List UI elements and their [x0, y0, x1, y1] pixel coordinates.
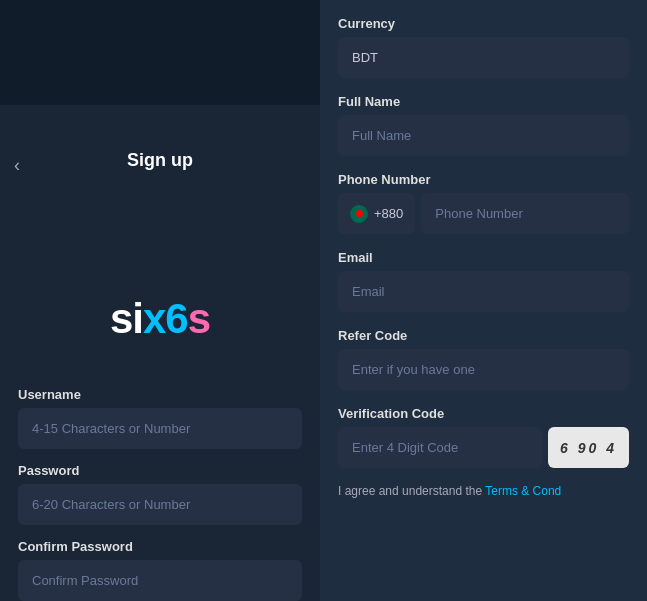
- phone-prefix-text: +880: [374, 206, 403, 221]
- captcha-box: 6 90 4: [548, 427, 629, 468]
- phone-prefix[interactable]: +880: [338, 193, 415, 234]
- phone-label: Phone Number: [338, 172, 629, 187]
- logo-area: six6s: [0, 265, 320, 373]
- refer-code-label: Refer Code: [338, 328, 629, 343]
- left-panel: ‹ Sign up six6s Username Password Confir…: [0, 0, 320, 601]
- flag-dot: [356, 210, 363, 217]
- email-input[interactable]: [338, 271, 629, 312]
- username-label: Username: [18, 387, 302, 402]
- top-bar: [0, 0, 320, 105]
- confirm-password-label: Confirm Password: [18, 539, 302, 554]
- right-panel: Currency BDT Full Name Phone Number +880…: [320, 0, 647, 601]
- logo-x6: x6: [143, 295, 188, 342]
- full-name-input[interactable]: [338, 115, 629, 156]
- password-label: Password: [18, 463, 302, 478]
- email-label: Email: [338, 250, 629, 265]
- terms-link[interactable]: Terms & Cond: [485, 484, 561, 498]
- agree-text: I agree and understand the Terms & Cond: [338, 484, 629, 508]
- verification-label: Verification Code: [338, 406, 629, 421]
- full-name-label: Full Name: [338, 94, 629, 109]
- phone-input[interactable]: [421, 193, 629, 234]
- confirm-password-input[interactable]: [18, 560, 302, 601]
- logo: six6s: [110, 295, 210, 343]
- back-button[interactable]: ‹: [14, 155, 20, 176]
- left-form: Username Password Confirm Password: [0, 373, 320, 601]
- logo-si: si: [110, 295, 143, 342]
- verification-row: 6 90 4: [338, 427, 629, 468]
- password-input[interactable]: [18, 484, 302, 525]
- currency-label: Currency: [338, 16, 629, 31]
- username-input[interactable]: [18, 408, 302, 449]
- currency-value: BDT: [338, 37, 629, 78]
- verification-input[interactable]: [338, 427, 542, 468]
- flag-icon: [350, 205, 368, 223]
- refer-code-input[interactable]: [338, 349, 629, 390]
- page-title: Sign up: [127, 150, 193, 171]
- logo-s: s: [188, 295, 210, 342]
- phone-row: +880: [338, 193, 629, 234]
